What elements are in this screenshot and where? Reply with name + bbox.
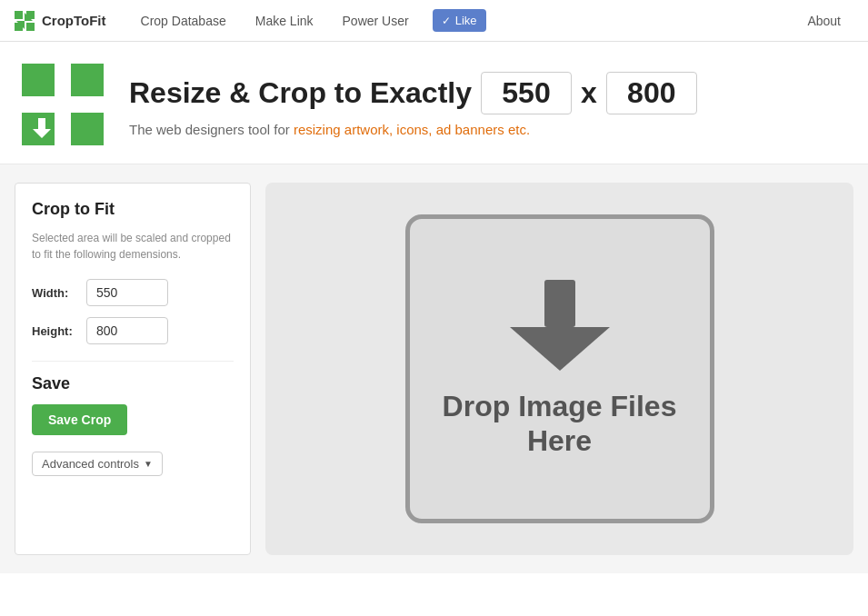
svg-rect-5: [22, 64, 55, 96]
svg-rect-3: [26, 23, 35, 31]
like-label: Like: [455, 14, 477, 27]
sidebar-description: Selected area will be scaled and cropped…: [32, 230, 234, 263]
height-input[interactable]: [86, 317, 168, 344]
hero-logo-icon: [22, 64, 104, 145]
sidebar: Crop to Fit Selected area will be scaled…: [15, 183, 251, 555]
main-content: Crop to Fit Selected area will be scaled…: [0, 164, 868, 573]
hero-height-input[interactable]: [606, 72, 697, 114]
nav-make-link[interactable]: Make Link: [243, 0, 326, 42]
section-divider: [32, 361, 234, 362]
height-field-row: Height:: [32, 317, 234, 344]
save-crop-button[interactable]: Save Crop: [32, 404, 127, 435]
navbar: CropToFit Crop Database Make Link Power …: [0, 0, 868, 42]
advanced-controls-button[interactable]: Advanced controls ▼: [32, 452, 163, 476]
nav-power-user[interactable]: Power User: [330, 0, 422, 42]
advanced-controls-label: Advanced controls: [42, 457, 139, 471]
svg-rect-0: [15, 11, 23, 19]
brand[interactable]: CropToFit: [15, 11, 106, 31]
sidebar-title: Crop to Fit: [32, 200, 234, 219]
dropzone-box[interactable]: Drop Image Files Here: [405, 214, 714, 523]
hero-width-input[interactable]: [481, 72, 572, 114]
width-input[interactable]: [86, 279, 168, 306]
hero-subtitle: The web designers tool for resizing artw…: [129, 122, 697, 137]
svg-marker-12: [510, 327, 610, 371]
save-title: Save: [32, 374, 234, 393]
drop-arrow-icon: [510, 280, 610, 371]
svg-rect-11: [544, 280, 575, 327]
drop-label: Drop Image Files Here: [410, 389, 710, 459]
nav-crop-database[interactable]: Crop Database: [128, 0, 239, 42]
hero-section: Resize & Crop to Exactly x The web desig…: [0, 42, 868, 164]
width-label: Width:: [32, 286, 86, 300]
width-field-row: Width:: [32, 279, 234, 306]
brand-logo-icon: [15, 11, 35, 31]
brand-name: CropToFit: [42, 13, 106, 28]
hero-text: Resize & Crop to Exactly x The web desig…: [129, 72, 697, 137]
hero-subtitle-highlight: resizing artwork, icons, ad banners etc.: [294, 122, 530, 137]
chevron-down-icon: ▼: [144, 459, 153, 469]
check-icon: ✓: [442, 15, 451, 27]
svg-rect-8: [71, 113, 104, 145]
navbar-links: Crop Database Make Link Power User ✓ Lik…: [128, 0, 795, 42]
hero-title: Resize & Crop to Exactly x: [129, 72, 697, 114]
height-label: Height:: [32, 324, 86, 338]
save-section: Save Save Crop: [32, 374, 234, 435]
nav-about[interactable]: About: [794, 0, 853, 42]
svg-rect-6: [71, 64, 104, 96]
dropzone-area[interactable]: Drop Image Files Here: [265, 183, 853, 555]
like-button[interactable]: ✓ Like: [433, 9, 486, 32]
